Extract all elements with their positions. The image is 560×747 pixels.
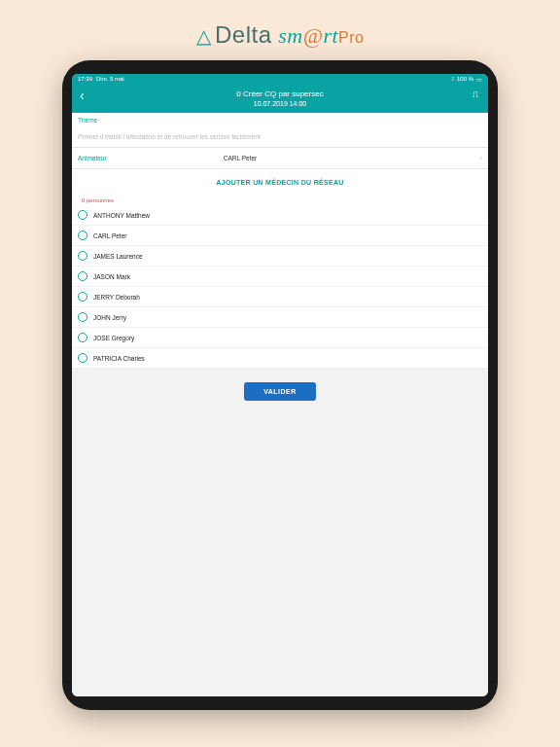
person-name: JOHN Jerry [93,314,126,321]
person-name: ANTHONY Matthew [93,212,150,219]
person-name: JOSE Gregory [93,335,134,341]
animateur-value: CARL Peter [224,155,257,161]
person-name: JERRY Deborah [93,294,140,301]
person-row[interactable]: PATRICIA Charles [72,348,488,369]
person-name: CARL Peter [93,232,126,239]
animateur-label: Animateur [78,155,224,161]
person-row[interactable]: JASON Mark [72,267,488,287]
person-row[interactable]: CARL Peter [72,226,488,246]
validate-button[interactable]: VALIDER [244,382,316,401]
theme-placeholder: Permet d'établir l'attestation et de ret… [78,133,261,140]
person-name: PATRICIA Charles [93,355,145,362]
person-row[interactable]: JOSE Gregory [72,328,488,348]
page-title: 0 Créer CQ par supersec [80,89,480,98]
radio-icon[interactable] [78,251,88,261]
brand-rt: rt [323,23,338,48]
person-row[interactable]: JAMES Laurence [72,246,488,267]
person-name: JASON Mark [93,273,130,280]
brand-at: @ [303,23,324,48]
back-button[interactable]: ‹ [80,88,85,103]
validate-container: VALIDER [72,369,488,412]
tablet-frame: 17:39 Dim. 5 mai 􀙇 100 % ▭ ‹ 0 Créer CQ … [62,60,498,710]
screen: 17:39 Dim. 5 mai 􀙇 100 % ▭ ‹ 0 Créer CQ … [72,74,488,696]
page-subtitle: 10.07.2019 14:00 [80,100,480,107]
add-doctor-button[interactable]: AJOUTER UN MÉDECIN DU RÉSEAU [72,169,488,196]
people-count: 0 personnes [72,196,488,205]
theme-field[interactable]: Thème Permet d'établir l'attestation et … [72,113,488,148]
brand-pro: Pro [338,29,364,46]
animateur-row[interactable]: Animateur CARL Peter › [72,148,488,169]
battery-icon: ▭ [476,76,482,83]
brand-logo: △Delta sm@rtPro [0,0,560,60]
radio-icon[interactable] [78,292,88,302]
empty-space [72,412,488,696]
brand-sm: sm [278,23,302,48]
brand-delta: Delta [215,21,272,48]
triangle-icon: △ [196,25,212,47]
chevron-right-icon: › [479,154,482,162]
radio-icon[interactable] [78,271,88,281]
nav-bar: ‹ 0 Créer CQ par supersec 10.07.2019 14:… [72,84,488,113]
radio-icon[interactable] [78,210,88,220]
status-bar: 17:39 Dim. 5 mai 􀙇 100 % ▭ [72,74,488,84]
people-list: ANTHONY MatthewCARL PeterJAMES LaurenceJ… [72,205,488,369]
person-name: JAMES Laurence [93,253,143,260]
theme-label: Thème [78,117,482,124]
status-battery: 100 % [457,76,473,82]
radio-icon[interactable] [78,353,88,363]
radio-icon[interactable] [78,333,88,342]
person-row[interactable]: JOHN Jerry [72,307,488,328]
status-date: Dim. 5 mai [96,76,124,82]
person-row[interactable]: ANTHONY Matthew [72,205,488,226]
share-icon[interactable]: ⎍ [472,89,478,99]
wifi-icon: 􀙇 [452,76,454,82]
status-time: 17:39 [78,76,92,82]
radio-icon[interactable] [78,312,88,322]
radio-icon[interactable] [78,231,88,240]
person-row[interactable]: JERRY Deborah [72,287,488,307]
